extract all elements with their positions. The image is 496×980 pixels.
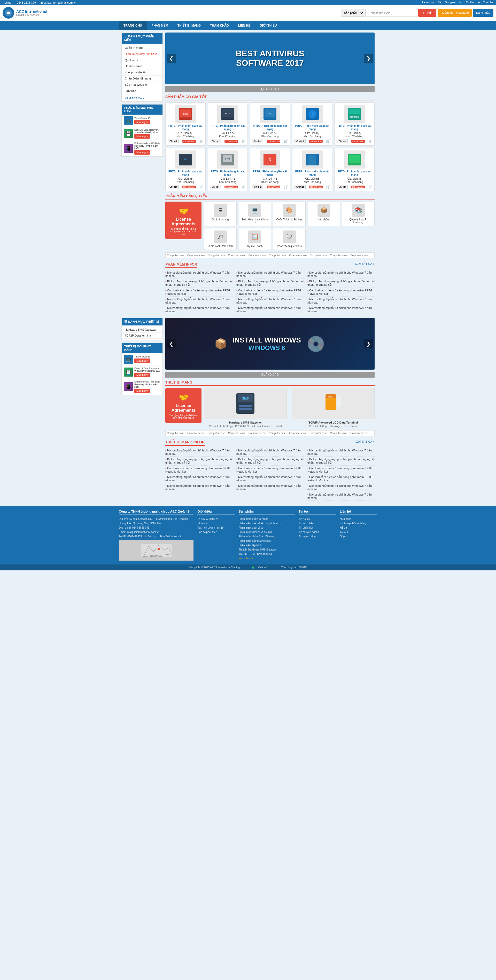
hw-info-link-1-2[interactable]: Binky: Ứng dụng mạng xã hội giả cho nhữn…	[165, 458, 233, 464]
footer-product-3[interactable]: Phần mềm quét virus	[239, 525, 295, 530]
buy-now-button-1[interactable]: Mua ngay	[134, 120, 150, 124]
hw-info-link-1-4[interactable]: Microsoft ngừng hỗ trợ chính cho Windows…	[165, 476, 230, 482]
cat-antivirus[interactable]: 🛡 Phần mềm quét virus	[273, 228, 306, 250]
footer-contact-1[interactable]: Mua hàng	[340, 517, 377, 521]
sidebar-item-os[interactable]: Hệ điều hành	[122, 63, 163, 69]
cat-elearning[interactable]: 📚 Quản lý học, E-Learning	[342, 202, 375, 226]
info-link-1-1[interactable]: Microsoft ngừng hỗ trợ chính cho Windows…	[165, 271, 230, 277]
product-detail-button-9[interactable]: Chi tiết	[295, 185, 306, 189]
hardware-menu-tcpip[interactable]: TCP/IP Data terminal	[122, 332, 163, 339]
sidebar-item-remote[interactable]: Điều khiển máy tính từ xa	[122, 51, 163, 57]
info-link-3-5[interactable]: Microsoft ngừng hỗ trợ chính cho Windows…	[308, 306, 372, 313]
hw-info-link-3-5[interactable]: Microsoft ngừng hỗ trợ chính cho Windows…	[308, 484, 372, 491]
info-link-1-2[interactable]: Binky: Ứng dụng mạng xã hội giả cho nhữn…	[165, 280, 233, 286]
footer-product-8[interactable]: Thiết bị Hardware SMS Gateway	[239, 547, 295, 552]
product-detail-button-3[interactable]: Chi tiết	[252, 139, 263, 143]
footer-contact-3[interactable]: Hỗ trợ	[340, 525, 377, 530]
footer-contact-4[interactable]: Tư vấn	[340, 530, 377, 534]
hw-info-link-2-2[interactable]: Binky: Ứng dụng mạng xã hội giả cho nhữn…	[236, 458, 303, 464]
footer-contact-5[interactable]: Góp ý	[340, 534, 377, 539]
hw-info-link-1-5[interactable]: Microsoft ngừng hỗ trợ chính cho Windows…	[165, 484, 230, 491]
buy-now-button-2[interactable]: Mua ngay	[134, 134, 150, 138]
footer-about-link-3[interactable]: Văn hoá doanh nghiệp	[197, 525, 235, 530]
hw-info-link-3-4[interactable]: Các loại cảm biến có sẵn trong phần mềm …	[308, 476, 373, 482]
footer-product-5[interactable]: Phần mềm chẩn đoán lỗi mạng	[239, 534, 295, 539]
footer-product-2[interactable]: Phần mềm điều khiển máy tính từ xa	[239, 521, 295, 525]
footer-news-5[interactable]: Tin luyện đồng	[299, 534, 336, 539]
cart-icon-9[interactable]: 🛒	[326, 185, 330, 189]
info-link-1-5[interactable]: Microsoft ngừng hỗ trợ chính cho Windows…	[165, 306, 230, 313]
cart-icon-10[interactable]: 🛒	[368, 185, 372, 189]
sidebar-item-security[interactable]: Bảo mật Website	[122, 82, 163, 88]
product-detail-button-10[interactable]: Chi tiết	[337, 185, 348, 189]
install-banner-prev[interactable]: ❮	[167, 339, 176, 348]
cart-icon-4[interactable]: 🛒	[326, 139, 330, 143]
hardware-infor-view-all[interactable]: XEM TẤT CẢ »	[355, 440, 375, 444]
product-detail-button-2[interactable]: Chi tiết	[210, 139, 221, 143]
nav-item-hardware[interactable]: THIẾT BỊ MẠNG	[173, 21, 206, 30]
hw-info-link-3-6[interactable]: Microsoft ngừng hỗ trợ chính cho Windows…	[308, 493, 372, 500]
sidebar-item-antivirus[interactable]: Quét virus	[122, 57, 163, 63]
nav-item-reference[interactable]: THAM KHẢO	[206, 21, 233, 30]
hw-info-link-2-3[interactable]: Các loại cảm biến có sẵn trong phần mềm …	[236, 467, 301, 473]
product-detail-button-5[interactable]: Chi tiết	[337, 139, 348, 143]
product-detail-button-8[interactable]: Chi tiết	[252, 185, 263, 189]
cat-office[interactable]: 📦 Văn phòng	[308, 202, 340, 226]
software-infor-view-all[interactable]: XEM TẤT CẢ »	[355, 262, 375, 266]
sidebar-item-coding[interactable]: Lập trình	[122, 88, 163, 94]
cat-cad[interactable]: 🎨 CAD, Thiết kế, Đồ họa	[273, 202, 306, 226]
hw-info-link-2-4[interactable]: Microsoft ngừng hỗ trợ chính cho Windows…	[236, 476, 301, 482]
hw-buy-now-1[interactable]: Mua ngay	[134, 358, 150, 363]
hw-info-link-3-3[interactable]: Các loại cảm biến có sẵn trong phần mềm …	[308, 467, 373, 473]
footer-product-6[interactable]: Phần mềm bảo mật website	[239, 539, 295, 543]
info-link-3-2[interactable]: Binky: Ứng dụng mạng xã hội giả cho nhữn…	[308, 280, 375, 286]
info-link-2-3[interactable]: Các loại cảm biến có sẵn trong phần mềm …	[236, 289, 301, 295]
footer-news-1[interactable]: Tin nội bộ	[299, 517, 336, 521]
footer-product-1[interactable]: Phần mềm quản trị mạng	[239, 517, 295, 521]
footer-about-link-2[interactable]: Tầm nhìn	[197, 521, 235, 525]
youtube-link[interactable]: ▶ Youtube	[478, 1, 493, 4]
footer-product-4[interactable]: Phần mềm khôi phục dữ liệu	[239, 530, 295, 534]
cart-icon-5[interactable]: 🛒	[368, 139, 372, 143]
product-detail-button-4[interactable]: Chi tiết	[295, 139, 306, 143]
footer-contact-2[interactable]: Khiếu nại, bổi trả hàng	[340, 521, 377, 525]
sidebar-item-recovery[interactable]: Khôi phục dữ liệu	[122, 69, 163, 76]
product-detail-button-1[interactable]: Chi tiết	[167, 139, 179, 143]
search-input[interactable]	[365, 9, 417, 17]
footer-about-link-1[interactable]: Triết lý về công ty	[197, 517, 235, 521]
hw-info-link-3-2[interactable]: Binky: Ứng dụng mạng xã hội giả cho nhữn…	[308, 458, 375, 464]
hw-info-link-2-5[interactable]: Microsoft ngừng hỗ trợ chính cho Windows…	[236, 484, 301, 491]
hw-buy-now-2[interactable]: Mua ngay	[134, 373, 150, 377]
footer-news-2[interactable]: Tin sản phẩm	[299, 521, 336, 525]
nav-item-home[interactable]: TRANG CHỦ	[119, 21, 147, 30]
info-link-1-4[interactable]: Microsoft ngừng hỗ trợ chính cho Windows…	[165, 298, 230, 304]
cart-icon-3[interactable]: 🛒	[284, 139, 288, 143]
cat-network-admin[interactable]: 🖥 Quản trị mạng	[204, 202, 237, 226]
hw-info-link-2-1[interactable]: Microsoft ngừng hỗ trợ chính cho Windows…	[236, 449, 301, 455]
cart-icon-2[interactable]: 🛒	[242, 139, 246, 143]
install-banner-next[interactable]: ❯	[364, 339, 373, 348]
cat-barcode[interactable]: 🏷 In mã vạch, tem nhãn	[204, 228, 237, 250]
nav-item-software[interactable]: PHẦN MỀM	[147, 21, 173, 30]
guide-button[interactable]: Hướng dẫn mua hàng	[438, 9, 472, 17]
info-link-2-1[interactable]: Microsoft ngừng hỗ trợ chính cho Windows…	[236, 271, 301, 277]
cart-icon-1[interactable]: 🛒	[199, 139, 203, 143]
cart-icon-6[interactable]: 🛒	[199, 185, 203, 189]
hw-info-link-1-1[interactable]: Microsoft ngừng hỗ trợ chính cho Windows…	[165, 449, 230, 455]
hw-info-link-3-1[interactable]: Microsoft ngừng hỗ trợ chính cho Windows…	[308, 449, 372, 455]
sidebar-view-all[interactable]: XEM TẤT CẢ »	[122, 95, 163, 102]
sidebar-item-network-admin[interactable]: Quản trị mạng	[122, 45, 163, 51]
cat-os[interactable]: 🪟 Hệ điều hành	[239, 228, 271, 250]
banner-next-button[interactable]: ❯	[364, 54, 373, 63]
info-link-2-4[interactable]: Microsoft ngừng hỗ trợ chính cho Windows…	[236, 298, 301, 304]
footer-product-9[interactable]: Thiết bị TCP/IP Data terminal	[239, 552, 295, 556]
footer-about-link-4[interactable]: Các sự phát triển	[197, 530, 235, 534]
cat-remote[interactable]: 💻 Điều khiển máy tính từ xa	[239, 202, 271, 226]
footer-news-3[interactable]: Tin phân tích	[299, 525, 336, 530]
twitter-link[interactable]: 🐦 Twitter	[459, 1, 474, 4]
buy-now-button-3[interactable]: Mua ngay	[134, 150, 150, 154]
info-link-2-2[interactable]: Binky: Ứng dụng mạng xã hội giả cho nhữn…	[236, 280, 303, 286]
cart-icon-8[interactable]: 🛒	[284, 185, 288, 189]
product-detail-button-7[interactable]: Chi tiết	[210, 185, 221, 189]
info-link-2-5[interactable]: Microsoft ngừng hỗ trợ chính cho Windows…	[236, 306, 301, 313]
